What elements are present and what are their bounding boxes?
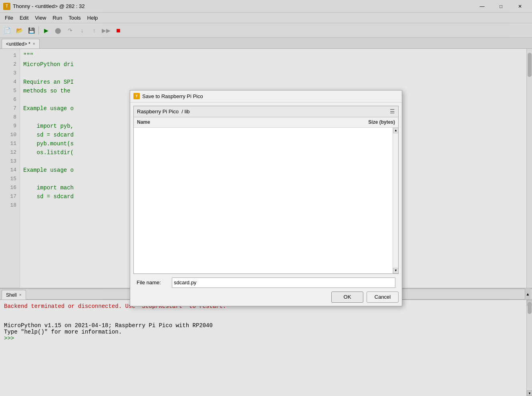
dialog-body: Raspberry Pi Pico / lib ☰ Name Size (byt… [130,103,402,306]
dialog-title: Save to Raspberry Pi Pico [142,93,399,99]
file-browser-header: Raspberry Pi Pico / lib ☰ [134,106,398,117]
dialog-overlay: T Save to Raspberry Pi Pico Raspberry Pi… [0,0,532,396]
save-dialog: T Save to Raspberry Pi Pico Raspberry Pi… [130,90,402,306]
column-size-header: Size (bytes) [347,119,395,125]
file-browser: Raspberry Pi Pico / lib ☰ Name Size (byt… [133,106,399,274]
file-browser-list[interactable]: ▲ ▼ [134,128,398,273]
fb-scrollbar-up[interactable]: ▲ [393,128,398,133]
cancel-button[interactable]: Cancel [367,291,399,303]
file-browser-scrollbar[interactable]: ▲ ▼ [393,128,398,273]
file-browser-columns: Name Size (bytes) [134,117,398,128]
fb-scrollbar-down[interactable]: ▼ [393,268,398,273]
file-name-input[interactable] [172,277,395,288]
file-browser-location: Raspberry Pi Pico / lib [137,109,190,115]
dialog-title-bar: T Save to Raspberry Pi Pico [130,90,402,103]
path-text: / lib [180,109,190,115]
ok-button[interactable]: OK [331,291,363,303]
location-link[interactable]: Raspberry Pi Pico [137,109,179,115]
file-name-row: File name: [133,275,399,290]
browser-menu-icon[interactable]: ☰ [390,108,395,115]
file-name-label: File name: [137,279,169,285]
dialog-icon: T [133,93,140,99]
dialog-buttons: OK Cancel [133,291,399,303]
column-name-header: Name [137,119,347,125]
